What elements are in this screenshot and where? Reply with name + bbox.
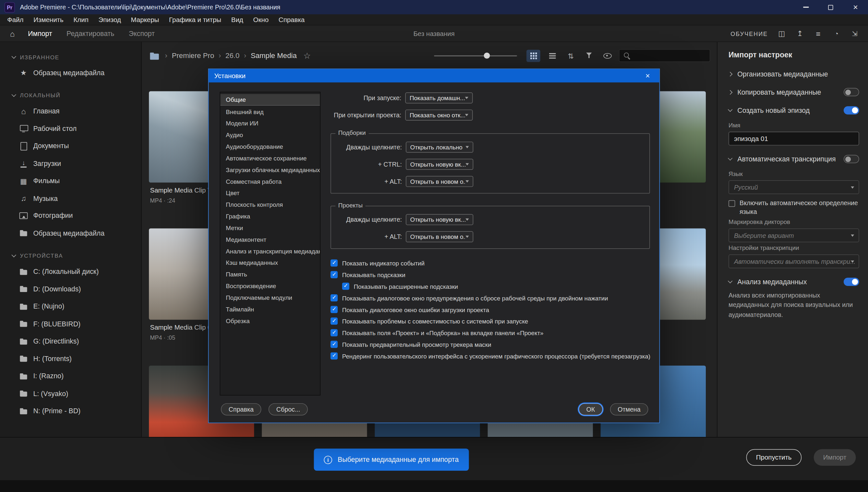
menu-item[interactable]: Файл <box>2 16 28 24</box>
auto-detect-language-row[interactable]: Включить автоматическое определение язык… <box>729 199 859 216</box>
checkbox[interactable] <box>330 341 338 348</box>
import-button[interactable]: Импорт <box>814 449 856 466</box>
quick-export-icon[interactable] <box>795 29 804 38</box>
sidebar-item[interactable]: Музыка <box>0 190 141 207</box>
checkbox-row[interactable]: Показать диалоговое окно ошибки загрузки… <box>330 304 650 315</box>
menu-item[interactable]: Справка <box>274 16 309 24</box>
dropdown[interactable]: Открыть в новом о... <box>406 231 473 242</box>
cancel-button[interactable]: Отмена <box>610 403 648 416</box>
preferences-category[interactable]: Общие <box>220 94 320 106</box>
copy-media-toggle[interactable] <box>844 88 859 96</box>
reset-button[interactable]: Сброс... <box>268 403 308 416</box>
thumbnail-size-slider[interactable] <box>434 50 517 61</box>
preferences-category[interactable]: Кэш медиаданных <box>220 257 320 268</box>
menu-item[interactable]: Маркеры <box>126 16 164 24</box>
sidebar-item[interactable]: C: (Локальный диск) <box>0 263 141 281</box>
checkbox[interactable] <box>342 282 349 290</box>
learn-link[interactable]: ОБУЧЕНИЕ <box>730 30 768 36</box>
sidebar-item[interactable]: Рабочий стол <box>0 120 141 138</box>
preferences-category[interactable]: Совместная работа <box>220 175 320 187</box>
dropdown[interactable]: Открыть новую вк... <box>406 214 473 225</box>
menu-item[interactable]: Графика и титры <box>164 16 227 24</box>
dropdown[interactable]: Показать окно отк... <box>405 109 473 121</box>
checkbox-row[interactable]: Показать индикатор событий <box>330 257 650 269</box>
sidebar-item[interactable]: F: (BLUEBIRD) <box>0 315 141 333</box>
sidebar-item[interactable]: Фильмы <box>0 172 141 190</box>
checkbox[interactable] <box>330 271 338 278</box>
sidebar-item[interactable]: G: (Directlinks) <box>0 333 141 350</box>
favorite-star-icon[interactable] <box>303 51 311 60</box>
checkbox[interactable] <box>729 200 735 207</box>
preferences-category[interactable]: Загрузки облачных медиаданных <box>220 164 320 175</box>
help-button[interactable]: Справка <box>221 403 261 416</box>
sidebar-item[interactable]: N: (Prime - BD) <box>0 402 141 420</box>
panel-menu-icon[interactable] <box>814 29 823 38</box>
preferences-category[interactable]: Плоскость контроля <box>220 199 320 210</box>
speakers-select[interactable]: Выберите вариант <box>729 228 859 242</box>
sidebar-item[interactable]: Документы <box>0 138 141 155</box>
preferences-category[interactable]: Графика <box>220 210 320 222</box>
section-media-analysis[interactable]: Анализ медиаданных <box>729 273 859 291</box>
new-sequence-toggle[interactable] <box>844 106 859 115</box>
checkbox-row[interactable]: Рендеринг пользовательского интерфейса с… <box>330 350 650 362</box>
close-button[interactable] <box>843 0 868 14</box>
progress-dashboard-icon[interactable] <box>832 29 841 38</box>
preferences-category[interactable]: Аудиооборудование <box>220 140 320 152</box>
checkbox-row[interactable]: Показывать диалоговое окно предупреждени… <box>330 292 650 304</box>
dialog-close-icon[interactable] <box>641 71 654 80</box>
home-icon[interactable] <box>10 29 15 38</box>
checkbox[interactable] <box>330 294 338 301</box>
workspaces-icon[interactable] <box>777 29 786 38</box>
preferences-category[interactable]: Таймлайн <box>220 303 320 315</box>
search-input[interactable] <box>619 49 710 62</box>
header-tab[interactable]: Импорт <box>28 29 52 37</box>
dropdown[interactable]: Показать домашн... <box>405 92 473 103</box>
preferences-category[interactable]: Аудио <box>220 129 320 141</box>
sidebar-item[interactable]: D: (Downloads) <box>0 280 141 298</box>
sidebar-item[interactable]: Образец медиафайла <box>0 225 141 242</box>
header-tab[interactable]: Экспорт <box>129 29 155 37</box>
ok-button[interactable]: ОК <box>579 403 603 416</box>
sidebar-item[interactable]: I: (Razno) <box>0 368 141 385</box>
folder-icon[interactable] <box>150 52 160 60</box>
sidebar-item[interactable]: Фотографии <box>0 207 141 225</box>
menu-item[interactable]: Клип <box>68 16 93 24</box>
sidebar-item[interactable]: L: (Vsyako) <box>0 385 141 402</box>
section-auto-transcription[interactable]: Автоматическая транскрипция <box>729 150 859 168</box>
sequence-name-input[interactable]: эпизода 01 <box>729 131 859 146</box>
preferences-category[interactable]: Автоматическое сохранение <box>220 152 320 164</box>
checkbox-row[interactable]: Показывать проблемы с совместимостью с с… <box>330 315 650 327</box>
menu-item[interactable]: Окно <box>248 16 274 24</box>
sidebar-item[interactable]: Главная <box>0 103 141 120</box>
maximize-button[interactable] <box>818 0 843 14</box>
preferences-category[interactable]: Анализ и транскрипция медиаданных <box>220 245 320 257</box>
sort-button[interactable] <box>564 50 577 62</box>
dropdown[interactable]: Открыть новую вк... <box>406 159 473 170</box>
analysis-toggle[interactable] <box>844 278 859 286</box>
checkbox[interactable] <box>330 259 338 266</box>
checkbox-row[interactable]: Показывать подсказки <box>330 269 650 280</box>
checkbox-row[interactable]: Показать предварительный просмотр трекер… <box>330 338 650 350</box>
sidebar-section-header[interactable]: УСТРОЙСТВА <box>0 249 141 263</box>
sidebar-section-header[interactable]: ИЗБРАННОЕ <box>0 50 141 64</box>
menu-item[interactable]: Эпизод <box>93 16 126 24</box>
checkbox-row[interactable]: Показывать расширенные подсказки <box>330 280 650 292</box>
sidebar-section-header[interactable]: ЛОКАЛЬНЫЙ <box>0 88 141 102</box>
preferences-category[interactable]: Обрезка <box>220 315 320 326</box>
fullscreen-icon[interactable] <box>850 29 859 38</box>
preview-button[interactable] <box>601 50 614 62</box>
transcription-settings-select[interactable]: Автоматически выполнять транскри... <box>729 254 859 268</box>
window-titlebar[interactable]: Pr Adobe Premiere - C:\Пользователи\lipi… <box>0 0 868 14</box>
preferences-category[interactable]: Подключаемые модули <box>220 291 320 303</box>
list-view-button[interactable] <box>545 50 559 62</box>
sidebar-item[interactable]: Загрузки <box>0 155 141 172</box>
preferences-category[interactable]: Память <box>220 268 320 280</box>
checkbox[interactable] <box>330 329 338 336</box>
section-new-sequence[interactable]: Создать новый эпизод <box>729 101 859 119</box>
checkbox[interactable] <box>330 352 338 360</box>
menu-item[interactable]: Вид <box>226 16 248 24</box>
filter-button[interactable] <box>582 50 595 62</box>
language-select[interactable]: Русский <box>729 180 859 194</box>
sidebar-item[interactable]: Образец медиафайла <box>0 64 141 82</box>
section-copy-media[interactable]: Копировать медиаданные <box>729 83 859 101</box>
